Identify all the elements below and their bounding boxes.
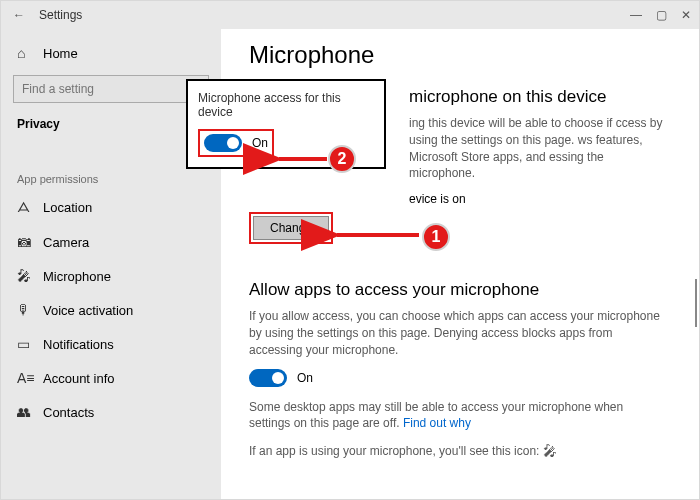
- microphone-icon: 🎤︎: [17, 268, 33, 284]
- annotation-badge-1: 1: [422, 223, 450, 251]
- section1-description: ing this device will be able to choose i…: [409, 115, 667, 182]
- annotation-badge-2: 2: [328, 145, 356, 173]
- home-icon: ⌂: [17, 45, 33, 61]
- sidebar-item-label: Voice activation: [43, 303, 133, 318]
- apps-access-toggle-row: On: [249, 369, 667, 387]
- sidebar-item-notifications[interactable]: ▭ Notifications: [1, 328, 221, 360]
- sidebar-item-camera[interactable]: 📷︎ Camera: [1, 226, 221, 258]
- popup-title: Microphone access for this device: [198, 91, 374, 119]
- device-access-status: evice is on: [409, 192, 667, 206]
- annotation-highlight-change: Change: [249, 212, 333, 244]
- minimize-button[interactable]: —: [630, 6, 642, 24]
- section2-title: Allow apps to access your microphone: [249, 280, 667, 300]
- sidebar-item-contacts[interactable]: 👥︎ Contacts: [1, 396, 221, 428]
- sidebar-item-label: Contacts: [43, 405, 94, 420]
- section1-title: microphone on this device: [409, 87, 667, 107]
- device-access-toggle[interactable]: [204, 134, 242, 152]
- sidebar-item-label: Camera: [43, 235, 89, 250]
- sidebar-item-account-info[interactable]: A≡ Account info: [1, 362, 221, 394]
- notifications-icon: ▭: [17, 336, 33, 352]
- close-button[interactable]: ✕: [681, 6, 691, 24]
- find-out-why-link[interactable]: Find out why: [403, 416, 471, 430]
- account-info-icon: A≡: [17, 370, 33, 386]
- annotation-arrow-2: [271, 151, 331, 170]
- titlebar: ← Settings — ▢ ✕: [1, 1, 699, 29]
- scrollbar[interactable]: [695, 279, 697, 327]
- contacts-icon: 👥︎: [17, 404, 33, 420]
- change-button[interactable]: Change: [253, 216, 329, 240]
- page-title: Microphone: [249, 41, 667, 69]
- camera-icon: 📷︎: [17, 234, 33, 250]
- sidebar-item-label: Home: [43, 46, 78, 61]
- sidebar-item-label: Notifications: [43, 337, 114, 352]
- voice-activation-icon: 🎙︎: [17, 302, 33, 318]
- section2-description: If you allow access, you can choose whic…: [249, 308, 667, 358]
- sidebar-item-microphone[interactable]: 🎤︎ Microphone: [1, 260, 221, 292]
- apps-access-toggle-label: On: [297, 371, 313, 385]
- desktop-apps-note: Some desktop apps may still be able to a…: [249, 399, 667, 433]
- sidebar-item-label: Microphone: [43, 269, 111, 284]
- apps-access-toggle[interactable]: [249, 369, 287, 387]
- location-icon: ᗋ: [17, 199, 33, 216]
- microphone-inline-icon: 🎤︎: [543, 442, 557, 462]
- sidebar-item-location[interactable]: ᗋ Location: [1, 191, 221, 224]
- sidebar-item-label: Account info: [43, 371, 115, 386]
- sidebar-item-home[interactable]: ⌂ Home: [1, 37, 221, 69]
- annotation-highlight-toggle: On: [198, 129, 274, 157]
- device-access-toggle-label: On: [252, 136, 268, 150]
- back-icon[interactable]: ←: [9, 8, 29, 22]
- annotation-arrow-1: [329, 227, 423, 246]
- sidebar-item-label: Location: [43, 200, 92, 215]
- sidebar-item-voice-activation[interactable]: 🎙︎ Voice activation: [1, 294, 221, 326]
- sidebar-search[interactable]: [13, 75, 209, 103]
- current-use-note: If an app is using your microphone, you'…: [249, 442, 667, 462]
- window-title: Settings: [39, 8, 630, 22]
- maximize-button[interactable]: ▢: [656, 6, 667, 24]
- search-input[interactable]: [13, 75, 209, 103]
